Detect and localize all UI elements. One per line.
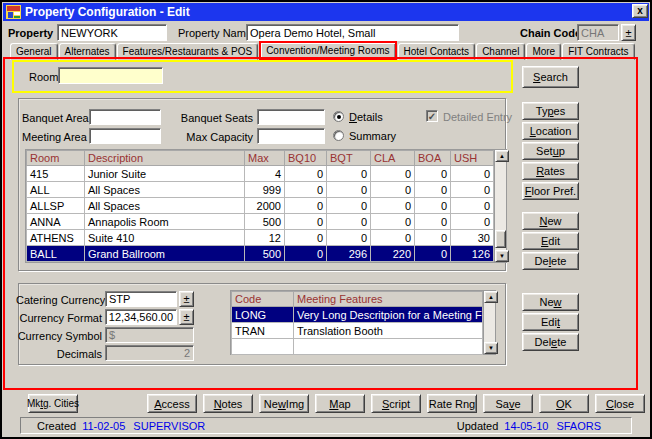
banquet-area-field[interactable] (89, 109, 161, 125)
cell: Suite 410 (85, 230, 245, 246)
cell: All Spaces (85, 182, 245, 198)
chain-code-lov-button[interactable]: ± (621, 24, 636, 41)
cell: Annapolis Room (85, 214, 245, 230)
room-label: Room (29, 71, 58, 83)
chain-code-label: Chain Code (520, 27, 581, 39)
access-button[interactable]: Access (147, 394, 197, 413)
created-by: SUPERVISOR (133, 420, 205, 432)
rooms-delete-button[interactable]: Delete (522, 252, 579, 270)
cell: 2000 (245, 198, 285, 214)
features-delete-button[interactable]: Delete (522, 333, 579, 351)
table-row[interactable]: TRANTranslation Booth (232, 323, 483, 339)
scroll-down-icon[interactable]: ▼ (484, 342, 498, 354)
notes-button[interactable]: Notes (203, 394, 253, 413)
location-button[interactable]: Location (522, 122, 579, 140)
floor-pref-button[interactable]: Floor Pref. (522, 182, 579, 200)
currency-symbol-field: $ (105, 327, 194, 343)
property-field[interactable]: NEWYORK (57, 24, 167, 41)
meeting-area-field[interactable] (89, 128, 161, 144)
cell: 0 (415, 230, 451, 246)
room-search-input[interactable] (58, 67, 163, 84)
updated-date: 14-05-10 (504, 420, 548, 432)
table-row[interactable]: ALLSPAll Spaces200000000 (27, 198, 494, 214)
cell: Translation Booth (294, 323, 483, 339)
ok-button[interactable]: OK (539, 394, 589, 413)
currency-format-lov-button[interactable]: ± (179, 309, 194, 325)
map-button[interactable]: Map (315, 394, 365, 413)
app-icon (6, 5, 21, 19)
summary-radio-label: Summary (349, 130, 396, 142)
titlebar[interactable]: Property Configuration - Edit (3, 3, 649, 21)
cell: 0 (285, 182, 327, 198)
rooms-table-scrollbar[interactable]: ▲ ▼ (494, 149, 507, 263)
decimals-label: Decimals (16, 348, 102, 360)
detailed-entry-checkbox[interactable]: ✓ (426, 110, 438, 122)
currency-format-field[interactable]: 12,34,560.00 (105, 309, 177, 325)
currency-format-label: Currency Format (16, 312, 102, 324)
new-img-button[interactable]: New Img (259, 394, 309, 413)
rooms-header-row: Room Description Max BQ10 BQT CLA BOA US… (27, 151, 494, 166)
cell: TRAN (232, 323, 294, 339)
col-room: Room (27, 151, 85, 166)
catering-currency-label: Catering Currency (16, 294, 102, 306)
scroll-up-icon[interactable]: ▲ (484, 291, 498, 303)
cell: All Spaces (85, 198, 245, 214)
table-row[interactable]: ANNAAnnapolis Room50000000 (27, 214, 494, 230)
table-row-selected[interactable]: BALLGrand Ballroom50002962200126 (27, 246, 494, 262)
details-radio[interactable] (333, 111, 344, 122)
script-button[interactable]: Script (371, 394, 421, 413)
summary-radio[interactable] (333, 130, 344, 141)
save-button[interactable]: Save (483, 394, 533, 413)
scrollbar-thumb[interactable] (495, 230, 506, 248)
table-row[interactable]: ATHENSSuite 41012000030 (27, 230, 494, 246)
max-capacity-field[interactable] (257, 128, 325, 144)
cell: BALL (27, 246, 85, 262)
cell: 220 (371, 246, 415, 262)
rates-button[interactable]: Rates (522, 162, 579, 180)
rooms-edit-button[interactable]: Edit (522, 232, 579, 250)
col-meeting-features: Meeting Features (294, 292, 483, 307)
property-name-field[interactable]: Opera Demo Hotel, Small (246, 24, 459, 41)
table-row[interactable]: 415Junior Suite400000 (27, 166, 494, 182)
cell: 0 (415, 182, 451, 198)
features-table-scrollbar[interactable]: ▲ ▼ (483, 290, 496, 355)
cell: 0 (415, 246, 451, 262)
window-title: Property Configuration - Edit (25, 5, 190, 19)
close-window-button[interactable]: x (632, 4, 648, 18)
cell: 0 (451, 214, 494, 230)
banquet-seats-field[interactable] (257, 109, 325, 125)
cell: 0 (371, 182, 415, 198)
created-label: Created (37, 420, 76, 432)
rate-rng-button[interactable]: Rate Rng (427, 394, 477, 413)
search-button[interactable]: Search (522, 66, 579, 88)
table-row[interactable]: ALLAll Spaces99900000 (27, 182, 494, 198)
cell: Grand Ballroom (85, 246, 245, 262)
status-bar: Created 11-02-05 SUPERVISOR Updated 14-0… (20, 417, 632, 434)
cell: 0 (415, 214, 451, 230)
table-row[interactable] (232, 339, 483, 355)
catering-currency-lov-button[interactable]: ± (179, 291, 194, 307)
updated-label: Updated (457, 420, 499, 432)
table-row-selected[interactable]: LONGVery Long Descritpion for a Meeting … (232, 307, 483, 323)
property-label: Property (8, 27, 53, 39)
scroll-up-icon[interactable]: ▲ (495, 150, 509, 162)
types-button[interactable]: Types (522, 102, 579, 120)
chain-code-field: CHA (577, 24, 619, 41)
property-configuration-window: Property Configuration - Edit x Property… (0, 0, 652, 439)
cell: 0 (285, 246, 327, 262)
cell: 0 (327, 214, 371, 230)
cell: 0 (285, 198, 327, 214)
banquet-seats-label: Banquet Seats (172, 112, 253, 124)
scroll-down-icon[interactable]: ▼ (495, 250, 509, 262)
features-new-button[interactable]: New (522, 293, 579, 311)
catering-currency-field[interactable]: STP (105, 291, 177, 307)
col-cla: CLA (371, 151, 415, 166)
mktg-cities-button[interactable]: Mktg. Cities (28, 394, 78, 413)
close-button[interactable]: Close (595, 394, 645, 413)
cell: 0 (451, 166, 494, 182)
meeting-features-table: Code Meeting Features LONGVery Long Desc… (230, 290, 483, 355)
features-edit-button[interactable]: Edit (522, 313, 579, 331)
rooms-new-button[interactable]: New (522, 212, 579, 230)
max-capacity-label: Max Capacity (172, 131, 253, 143)
setup-button[interactable]: Setup (522, 142, 579, 160)
